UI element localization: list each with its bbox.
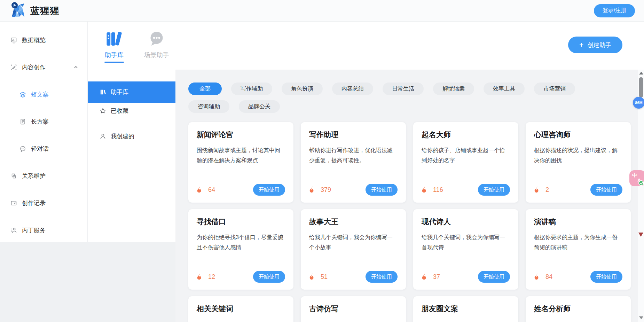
sidebar-item-relationship[interactable]: 关系维护	[0, 162, 87, 189]
assistant-card-title: 姓名分析师	[534, 304, 622, 314]
heat-count-value: 51	[321, 273, 328, 281]
scroll-down-arrow-icon[interactable]	[639, 316, 643, 319]
assistant-card-footer: 51 开始使用	[309, 271, 398, 283]
filter-chip-brand-pr[interactable]: 品牌公关	[239, 100, 280, 113]
main-sidebar: 数据概览 内容创作 短文案 长方案 轻对话 关系维护	[0, 22, 88, 242]
sidebar-item-long-plan[interactable]: 长方案	[0, 108, 87, 135]
user-icon	[100, 133, 106, 140]
flame-icon	[197, 273, 203, 280]
tab-assistant-library[interactable]: 助手库	[102, 30, 127, 63]
book-icon	[100, 89, 106, 95]
scroll-up-arrow-icon[interactable]	[639, 72, 643, 74]
start-using-button[interactable]: 开始使用	[253, 184, 285, 196]
heat-count-value: 37	[433, 273, 440, 281]
flame-icon	[422, 186, 427, 193]
start-using-button[interactable]: 开始使用	[590, 271, 622, 283]
assistant-card[interactable]: 寻找借口 为你的拒绝寻找3个借口，尽量委婉且不伤害他人感情 12 开始使用	[188, 209, 293, 290]
start-using-button[interactable]: 开始使用	[253, 271, 285, 283]
assistant-card-footer: 379 开始使用	[309, 184, 398, 196]
short-copy-icon	[19, 91, 26, 98]
assistant-card[interactable]: 写作助理 帮助你进行写作改进，优化语法减少重复，提高可读性。 379 开始使用	[301, 122, 406, 203]
assistant-cards-grid: 新闻评论官 围绕新闻故事或主题，讨论其中问题的潜在解决方案和观点 64 开始使用…	[188, 122, 625, 322]
filter-chip-roleplay[interactable]: 角色扮演	[282, 83, 323, 95]
assistant-card[interactable]: 姓名分析师	[526, 296, 631, 322]
assistant-card[interactable]: 新闻评论官 围绕新闻故事或主题，讨论其中问题的潜在解决方案和观点 64 开始使用	[188, 122, 293, 203]
sidebar-item-content-creation[interactable]: 内容创作	[0, 54, 87, 81]
heat-count-value: 379	[321, 186, 331, 194]
assistant-card-footer: 12 开始使用	[197, 271, 285, 283]
filter-chip-writing-aid[interactable]: 写作辅助	[231, 83, 272, 95]
assistant-card-desc: 为你的拒绝寻找3个借口，尽量委婉且不伤害他人感情	[197, 233, 285, 253]
translate-zh-glyph: 中	[632, 172, 637, 179]
light-chat-icon	[19, 146, 26, 152]
scrollbar-thumb[interactable]	[639, 77, 643, 97]
translate-enabled-check-icon	[638, 180, 644, 186]
filter-chip-worry-relief[interactable]: 解忧锦囊	[433, 83, 474, 95]
heat-count-value: 12	[208, 273, 215, 281]
start-using-button[interactable]: 开始使用	[478, 271, 510, 283]
panel-item-label: 已收藏	[111, 107, 128, 115]
sidebar-item-creation-records[interactable]: 创作记录	[0, 189, 87, 217]
start-using-button[interactable]: 开始使用	[590, 184, 622, 196]
filter-chip-summary[interactable]: 内容总结	[332, 83, 373, 95]
relationship-icon	[10, 173, 17, 179]
panel-item-my-created[interactable]: 我创建的	[88, 128, 175, 144]
brand[interactable]: 蓝猩猩	[10, 2, 60, 20]
sidebar-item-short-copy[interactable]: 短文案	[0, 81, 87, 108]
filter-chip-daily-life[interactable]: 日常生活	[383, 83, 424, 95]
assistant-card-footer: 116 开始使用	[422, 184, 510, 196]
memory-usage-badge[interactable]: 86M	[633, 97, 644, 109]
content-creation-icon	[10, 64, 17, 71]
app-header: 蓝猩猩 登录/注册	[0, 0, 644, 22]
start-using-button[interactable]: 开始使用	[366, 271, 398, 283]
heat-count: 84	[534, 273, 552, 281]
assistant-card[interactable]: 故事大王 给我几个关键词，我会为你编写一个小故事 51 开始使用	[301, 209, 406, 290]
start-using-button[interactable]: 开始使用	[478, 184, 510, 196]
assistant-card-desc: 围绕新闻故事或主题，讨论其中问题的潜在解决方案和观点	[197, 146, 285, 166]
heat-count: 51	[309, 273, 328, 281]
tab-underline-placeholder	[147, 62, 166, 63]
assistant-card-desc: 给你的孩子、店铺或事业起一个恰到好处的名字	[422, 146, 510, 166]
create-assistant-button[interactable]: + 创建助手	[568, 37, 622, 53]
flame-icon	[422, 273, 427, 280]
assistant-card[interactable]: 演讲稿 根据你要求的主题，为你生成一份简短的演讲稿 84 开始使用	[526, 209, 631, 290]
start-using-button[interactable]: 开始使用	[366, 184, 398, 196]
edge-marker-triangle-icon	[638, 233, 643, 237]
assistant-card[interactable]: 心理咨询师 根据你描述的状况，提出建议，解决你的困扰 2 开始使用	[526, 122, 631, 203]
filter-chip-all[interactable]: 全部	[188, 83, 222, 95]
assistant-card-title: 朋友圈文案	[422, 304, 510, 314]
tab-scene-assistant[interactable]: 场景助手	[144, 30, 169, 63]
assistant-card-title: 故事大王	[309, 217, 398, 227]
sidebar-item-light-chat[interactable]: 轻对话	[0, 135, 87, 162]
assistant-card-desc: 给我几个关键词，我会为你编写一首现代诗	[422, 233, 510, 253]
assistant-card[interactable]: 现代诗人 给我几个关键词，我会为你编写一首现代诗 37 开始使用	[413, 209, 518, 290]
assistant-card-desc: 帮助你进行写作改进，优化语法减少重复，提高可读性。	[309, 146, 398, 166]
assistant-card-footer: 37 开始使用	[422, 271, 510, 283]
heat-count: 37	[422, 273, 440, 281]
panel-item-label: 我创建的	[111, 132, 134, 140]
sidebar-item-bingding-service[interactable]: 丙丁服务	[0, 217, 87, 244]
heat-count: 379	[309, 186, 331, 194]
sidebar-item-label: 短文案	[31, 91, 49, 99]
assistant-card[interactable]: 古诗仿写	[301, 296, 406, 322]
filter-chip-consulting[interactable]: 咨询辅助	[188, 100, 229, 113]
panel-item-assistant-library[interactable]: 助手库	[88, 81, 175, 103]
brand-title: 蓝猩猩	[30, 5, 60, 17]
gorilla-logo-icon	[10, 2, 26, 20]
category-filter-chips: 全部 写作辅助 角色扮演 内容总结 日常生活 解忧锦囊 效率工具 市场营销 咨询…	[188, 83, 592, 113]
library-panel: 助手库 已收藏 我创建的	[88, 70, 175, 242]
assistant-card[interactable]: 朋友圈文案	[413, 296, 518, 322]
filter-chip-efficiency[interactable]: 效率工具	[484, 83, 525, 95]
sidebar-item-data-overview[interactable]: 数据概览	[0, 26, 87, 54]
assistant-card[interactable]: 相关关键词	[188, 296, 293, 322]
heat-count-value: 64	[208, 186, 215, 194]
assistant-card-title: 现代诗人	[422, 217, 510, 227]
flame-icon	[309, 273, 315, 280]
panel-item-favorites[interactable]: 已收藏	[88, 103, 175, 119]
chevron-up-icon	[73, 65, 78, 70]
login-register-button[interactable]: 登录/注册	[594, 4, 635, 17]
assistant-card[interactable]: 起名大师 给你的孩子、店铺或事业起一个恰到好处的名字 116 开始使用	[413, 122, 518, 203]
heat-count: 2	[534, 186, 549, 194]
tabs: 助手库 场景助手	[102, 22, 644, 63]
filter-chip-marketing[interactable]: 市场营销	[534, 83, 575, 95]
